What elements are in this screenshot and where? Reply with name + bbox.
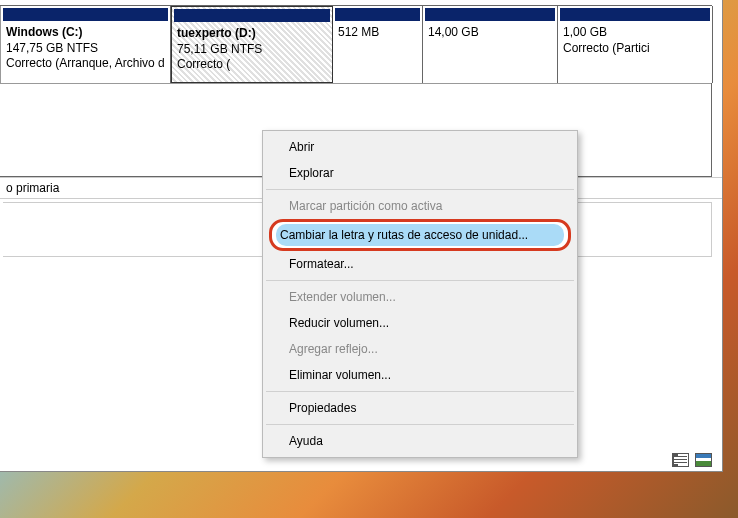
detail-view-icon[interactable] [695,453,712,467]
partition-size: 14,00 GB [425,25,555,41]
partition-status: Correcto ( [174,57,330,73]
partition-colorbar [3,8,168,21]
partition-status: Correcto (Arranque, Archivo d [3,56,168,72]
partition-size: 512 MB [335,25,420,41]
partition-block[interactable]: 512 MB [333,6,423,83]
menu-separator [266,280,574,281]
menu-item[interactable]: Reducir volumen... [265,310,575,336]
partition-block[interactable]: Windows (C:)147,75 GB NTFSCorrecto (Arra… [1,6,171,83]
partition-size: 147,75 GB NTFS [3,41,168,57]
menu-item[interactable]: Eliminar volumen... [265,362,575,388]
context-menu: AbrirExplorarMarcar partición como activ… [262,130,578,458]
partition-size: 1,00 GB [560,25,710,41]
partition-colorbar [335,8,420,21]
partition-colorbar [174,9,330,22]
menu-separator [266,424,574,425]
menu-separator [266,391,574,392]
status-text: o primaria [6,181,59,195]
view-icons [672,453,712,467]
partition-colorbar [425,8,555,21]
menu-item[interactable]: Ayuda [265,428,575,454]
list-view-icon[interactable] [672,453,689,467]
partition-block[interactable]: 1,00 GBCorrecto (Partici [558,6,713,83]
partition-block[interactable]: tuexperto (D:)75,11 GB NTFSCorrecto ( [171,6,333,83]
menu-item[interactable]: Cambiar la letra y rutas de acceso de un… [269,219,571,251]
menu-item[interactable]: Propiedades [265,395,575,421]
partition-block[interactable]: 14,00 GB [423,6,558,83]
partition-row: Windows (C:)147,75 GB NTFSCorrecto (Arra… [0,6,711,84]
partition-name: tuexperto (D:) [174,26,330,42]
partition-status: Correcto (Partici [560,41,710,57]
menu-item: Marcar partición como activa [265,193,575,219]
partition-name: Windows (C:) [3,25,168,41]
menu-item[interactable]: Abrir [265,134,575,160]
menu-item: Agregar reflejo... [265,336,575,362]
menu-item[interactable]: Formatear... [265,251,575,277]
menu-separator [266,189,574,190]
menu-item: Extender volumen... [265,284,575,310]
partition-size: 75,11 GB NTFS [174,42,330,58]
partition-colorbar [560,8,710,21]
menu-item[interactable]: Explorar [265,160,575,186]
